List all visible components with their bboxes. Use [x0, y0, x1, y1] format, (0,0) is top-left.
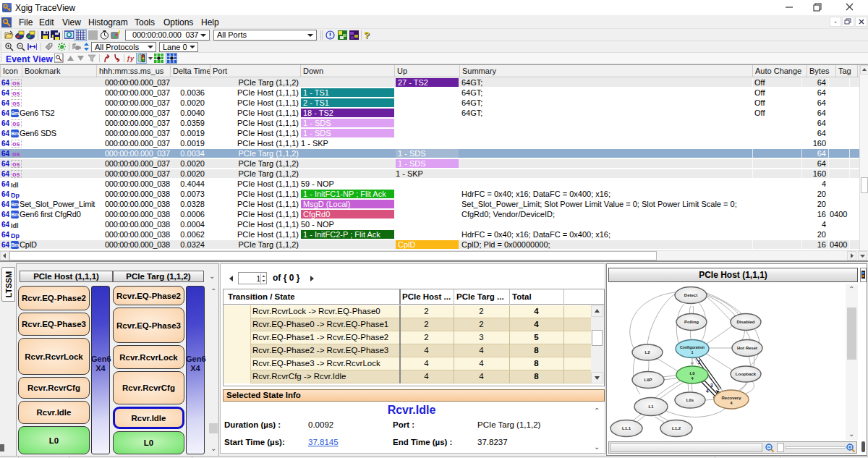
- svg-text:L1: L1: [648, 404, 654, 409]
- svg-text:L1.2: L1.2: [672, 426, 681, 431]
- svg-text:Configuration: Configuration: [680, 345, 705, 349]
- svg-text:Loopback: Loopback: [736, 372, 757, 376]
- svg-text:1: 1: [691, 350, 693, 355]
- svg-text:L0s: L0s: [686, 398, 694, 402]
- svg-text:Polling: Polling: [684, 320, 699, 324]
- svg-text:1: 1: [698, 360, 701, 365]
- svg-text:4: 4: [706, 389, 709, 394]
- svg-text:3: 3: [710, 383, 713, 388]
- svg-text:L1.1: L1.1: [622, 426, 631, 431]
- svg-text:L0: L0: [689, 371, 695, 376]
- svg-text:L0P: L0P: [644, 378, 652, 382]
- svg-text:Recovery: Recovery: [721, 396, 741, 400]
- svg-text:Detect: Detect: [684, 293, 697, 297]
- svg-text:Disabled: Disabled: [736, 320, 754, 324]
- svg-text:L2: L2: [644, 350, 650, 355]
- svg-text:Hot Reset: Hot Reset: [737, 346, 757, 350]
